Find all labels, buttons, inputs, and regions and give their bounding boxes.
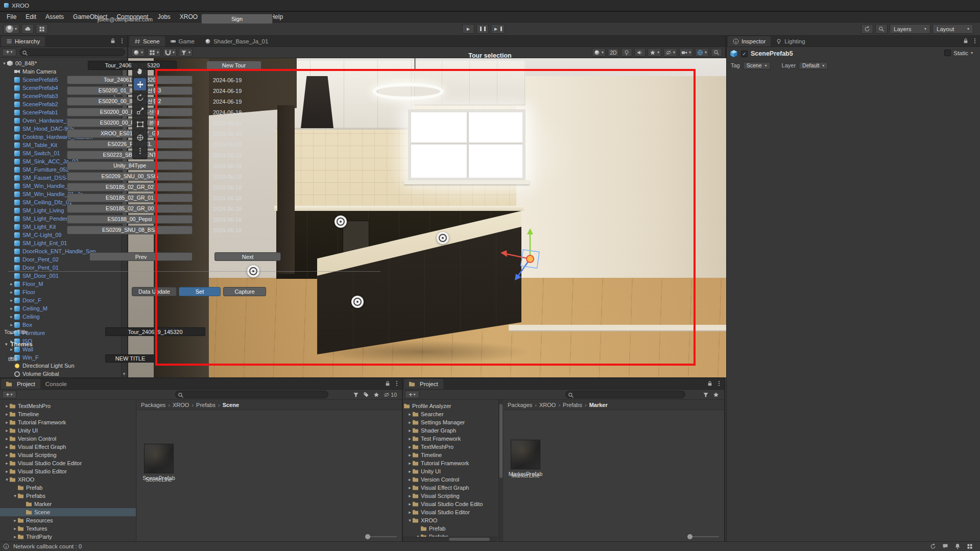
hierarchy-item[interactable]: Ceiling_M (0, 304, 122, 313)
move-tool-button[interactable] (134, 78, 146, 90)
menu-item[interactable]: File (2, 12, 21, 22)
tab-shader[interactable]: Shader_Base_Ja_01 (200, 36, 273, 46)
folder-tree-item[interactable]: Prefab (403, 524, 503, 533)
expand-triangle-icon[interactable] (407, 485, 413, 490)
expand-triangle-icon[interactable] (9, 322, 14, 327)
expand-triangle-icon[interactable] (9, 314, 14, 319)
folder-tree-item[interactable]: Searcher (403, 410, 503, 418)
folder-tree-item[interactable]: TextMeshPro (0, 402, 136, 410)
xroo-titlebar[interactable]: XROO (0, 0, 980, 11)
breadcrumb-item[interactable]: XROO (539, 402, 563, 408)
hierarchy-item[interactable]: Door_F (0, 296, 122, 304)
title-field[interactable]: NEW TITLE (105, 354, 155, 363)
folder-tree-item[interactable]: Scene (0, 508, 136, 516)
expand-triangle-icon[interactable] (12, 518, 18, 523)
asset-item[interactable]: ScenePrefab (137, 444, 181, 481)
lock-icon[interactable] (385, 380, 391, 387)
folder-tree-item[interactable]: Visual Scripting (403, 492, 503, 500)
expand-triangle-icon[interactable] (4, 403, 10, 409)
folder-tree-item[interactable]: Profile Analyzer (403, 402, 503, 410)
hierarchy-item[interactable]: Door_Pent_01 (0, 263, 122, 272)
hierarchy-item[interactable]: Floor (0, 288, 122, 296)
tab-scene[interactable]: Scene (129, 36, 165, 46)
folder-tree-item[interactable]: Timeline (0, 410, 136, 418)
hierarchy-item[interactable]: Box (0, 321, 122, 329)
folder-tree-item[interactable]: Visual Studio Code Editor (0, 459, 136, 467)
expand-triangle-icon[interactable] (407, 452, 413, 458)
panel-menu-icon[interactable] (972, 38, 978, 44)
folder-tree-item[interactable]: Visual Scripting (0, 451, 136, 459)
folder-tree-item[interactable]: Visual Studio Editor (403, 508, 503, 516)
expand-triangle-icon[interactable] (4, 477, 10, 482)
tag-dropdown[interactable]: Scene▾ (743, 62, 771, 69)
notifications-icon[interactable] (954, 543, 961, 549)
project-search[interactable] (175, 391, 328, 398)
hierarchy-item[interactable]: SM_Door_001 (0, 272, 122, 280)
tab-project[interactable]: Project (1, 379, 40, 389)
expand-triangle-icon[interactable] (4, 420, 10, 425)
hierarchy-item[interactable]: Floor_M (0, 280, 122, 288)
expand-triangle-icon[interactable] (407, 469, 413, 474)
menu-item[interactable]: Assets (41, 12, 68, 22)
project-search-input[interactable] (575, 392, 663, 398)
breadcrumb-item[interactable]: Prefabs (196, 402, 223, 408)
transform-tool-button[interactable] (134, 131, 146, 143)
folder-tree-item[interactable]: Textures (0, 524, 136, 533)
breadcrumb-item[interactable]: Packages (141, 402, 173, 408)
expand-triangle-icon[interactable] (4, 436, 10, 441)
folder-tree-item[interactable]: Version Control (403, 475, 503, 484)
hierarchy-item[interactable]: Directional Light Sun (0, 362, 122, 370)
asset-zoom-slider[interactable] (688, 536, 719, 537)
search-by-label-icon[interactable] (363, 392, 369, 398)
step-button[interactable]: ► (491, 24, 505, 34)
expand-triangle-icon[interactable] (12, 526, 18, 531)
folder-tree-item[interactable]: Marker (0, 500, 136, 508)
hierarchy-item[interactable]: Win_F (0, 353, 122, 362)
custom-tool-button[interactable] (134, 145, 146, 157)
tab-console[interactable]: Console (40, 379, 72, 389)
cloud-button[interactable] (21, 24, 34, 34)
hierarchy-item[interactable]: Volume Global (0, 370, 122, 377)
expand-triangle-icon[interactable] (4, 461, 10, 466)
menu-item[interactable]: Edit (21, 12, 41, 22)
account-button[interactable]: ▾ (3, 24, 19, 34)
panel-menu-icon[interactable] (716, 380, 722, 387)
folder-tree-item[interactable]: Resources (0, 516, 136, 524)
folder-tree-item[interactable]: Unity UI (0, 426, 136, 435)
lock-icon[interactable] (963, 38, 969, 44)
services-status-icon[interactable] (967, 543, 973, 549)
layers-dropdown[interactable]: Layers▾ (890, 24, 930, 34)
folder-tree-item[interactable]: TextMeshPro (403, 443, 503, 451)
expand-triangle-icon[interactable] (4, 444, 10, 449)
project-search[interactable] (565, 391, 685, 398)
view-tool-button[interactable] (134, 65, 146, 77)
create-asset-button[interactable]: +▾ (405, 391, 419, 398)
expand-triangle-icon[interactable] (407, 420, 413, 425)
expand-triangle-icon[interactable] (9, 347, 14, 352)
folder-tree-item[interactable]: Visual Studio Code Edito (403, 500, 503, 508)
tab-hierarchy[interactable]: Hierarchy (1, 36, 45, 46)
tab-project[interactable]: Project (404, 379, 443, 389)
expand-triangle-icon[interactable] (407, 501, 413, 507)
folder-tree-item[interactable]: ThirdParty (0, 533, 136, 541)
lock-icon[interactable] (110, 38, 116, 44)
search-by-type-icon[interactable] (703, 392, 709, 398)
expand-triangle-icon[interactable] (9, 298, 14, 303)
tree-horizontal-scrollbar[interactable] (403, 537, 497, 541)
expand-triangle-icon[interactable] (4, 428, 10, 433)
layout-dropdown[interactable]: Layout▾ (933, 24, 973, 34)
hidden-packages-count[interactable]: 10 (384, 392, 397, 398)
folder-tree-item[interactable]: Prefab (0, 484, 136, 492)
lock-icon[interactable] (707, 380, 713, 387)
hierarchy-item[interactable]: SM_Light_Ent_01 (0, 239, 122, 247)
folder-tree-item[interactable]: Version Control (0, 435, 136, 443)
undo-history-button[interactable] (861, 24, 873, 34)
sign-button[interactable]: Sign (201, 14, 273, 24)
expand-triangle-icon[interactable] (407, 461, 413, 466)
global-search-button[interactable] (875, 24, 888, 34)
favorites-icon[interactable] (713, 392, 719, 398)
breadcrumb-item[interactable]: Packages (508, 402, 539, 408)
layer-dropdown[interactable]: Default▾ (799, 62, 828, 69)
hierarchy-item[interactable]: Ceiling (0, 313, 122, 321)
tab-game[interactable]: Game (165, 36, 200, 46)
